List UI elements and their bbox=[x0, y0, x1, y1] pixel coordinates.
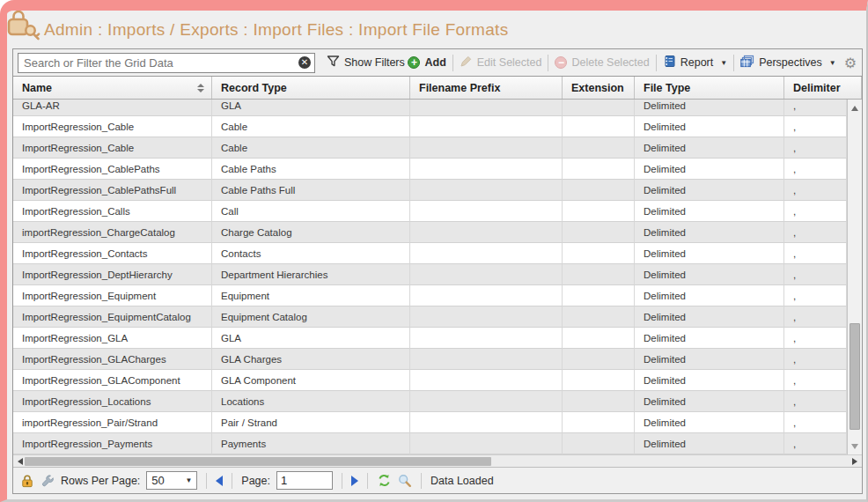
table-row[interactable]: importRegression_ChargeCatalog Charge Ca… bbox=[13, 222, 847, 243]
vertical-scrollbar-thumb[interactable] bbox=[850, 323, 860, 430]
cell-record-type: Cable Paths Full bbox=[212, 180, 410, 201]
cell-name: ImportRegression_Cable bbox=[13, 137, 212, 159]
cell-extension bbox=[563, 264, 635, 285]
horizontal-scrollbar[interactable] bbox=[13, 454, 862, 467]
cell-filename-prefix bbox=[410, 243, 563, 264]
add-button[interactable]: + Add bbox=[408, 56, 445, 69]
cell-file-type: Delimited bbox=[635, 264, 784, 285]
column-header-record-type[interactable]: Record Type bbox=[212, 77, 410, 99]
show-filters-button[interactable]: Show Filters bbox=[327, 55, 405, 70]
sort-icon[interactable] bbox=[197, 84, 204, 92]
cell-filename-prefix bbox=[410, 137, 563, 159]
cell-delimiter: , bbox=[784, 222, 847, 243]
cell-delimiter: , bbox=[784, 243, 847, 264]
cell-name: ImportRegression_Locations bbox=[13, 391, 212, 412]
table-row[interactable]: importRegression_Pair/Strand Pair / Stra… bbox=[13, 412, 847, 433]
table-row[interactable]: ImportRegression_Cable Cable Delimited , bbox=[13, 116, 847, 137]
page-label: Page: bbox=[241, 475, 270, 487]
cell-filename-prefix bbox=[410, 222, 563, 243]
column-header-extension[interactable]: Extension bbox=[563, 77, 635, 99]
column-header-file-type[interactable]: File Type bbox=[635, 77, 784, 99]
cell-record-type: Department Hierarchies bbox=[212, 264, 410, 285]
pager-separator bbox=[206, 473, 207, 489]
page-number-input[interactable] bbox=[276, 471, 333, 490]
cell-delimiter: , bbox=[784, 159, 847, 180]
title-bar: Admin : Imports / Exports : Import Files… bbox=[7, 11, 866, 48]
wrench-icon[interactable] bbox=[40, 474, 55, 488]
padlock-icon[interactable] bbox=[20, 474, 34, 488]
scroll-up-arrow-icon[interactable] bbox=[848, 101, 862, 114]
cell-record-type: Equipment Catalog bbox=[212, 306, 410, 328]
horizontal-scrollbar-thumb[interactable] bbox=[25, 457, 491, 466]
cell-filename-prefix bbox=[410, 349, 563, 370]
perspectives-dropdown[interactable]: Perspectives ▼ bbox=[740, 55, 835, 70]
table-row[interactable]: ImportRegression_DeptHierarchy Departmen… bbox=[13, 264, 847, 285]
table-row[interactable]: ImportRegression_Equipment Equipment Del… bbox=[13, 285, 847, 306]
cell-name: ImportRegression_Calls bbox=[13, 201, 212, 222]
pager-separator bbox=[342, 473, 342, 489]
cell-file-type: Delimited bbox=[635, 201, 784, 222]
table-row[interactable]: ImportRegression_CablePaths Cable Paths … bbox=[13, 159, 847, 180]
toolbar-separator bbox=[452, 55, 453, 71]
search-box[interactable]: ✕ bbox=[18, 53, 315, 73]
cell-name: GLA-AR bbox=[13, 100, 212, 116]
table-row[interactable]: ImportRegression_CablePathsFull Cable Pa… bbox=[13, 180, 847, 201]
cell-extension bbox=[563, 100, 635, 116]
vertical-scrollbar[interactable] bbox=[847, 100, 862, 454]
page-title: Admin : Imports / Exports : Import Files… bbox=[44, 20, 509, 40]
column-header-filename-prefix[interactable]: Filename Prefix bbox=[410, 77, 563, 99]
search-input[interactable] bbox=[24, 56, 298, 70]
rows-per-page-select[interactable]: 50 ▼ bbox=[146, 471, 197, 490]
refresh-icon[interactable] bbox=[377, 473, 392, 488]
cell-extension bbox=[563, 306, 635, 328]
table-row[interactable]: GLA-AR GLA Delimited , bbox=[13, 100, 847, 116]
add-label: Add bbox=[424, 56, 445, 69]
table-row[interactable]: ImportRegression_Payments Payments Delim… bbox=[13, 433, 847, 454]
column-header-label: Record Type bbox=[221, 82, 287, 94]
cell-record-type: Pair / Strand bbox=[212, 412, 410, 433]
table-row[interactable]: ImportRegression_GLAComponent GLA Compon… bbox=[13, 370, 847, 391]
cell-name: ImportRegression_EquipmentCatalog bbox=[13, 306, 212, 328]
column-header-delimiter[interactable]: Delimiter bbox=[784, 77, 862, 99]
edit-selected-button[interactable]: Edit Selected bbox=[460, 55, 542, 70]
cell-delimiter: , bbox=[784, 349, 847, 370]
cell-filename-prefix bbox=[410, 159, 563, 180]
rows-per-page-label: Rows Per Page: bbox=[61, 475, 140, 487]
table-row[interactable]: ImportRegression_Contacts Contacts Delim… bbox=[13, 243, 847, 264]
cell-file-type: Delimited bbox=[635, 433, 784, 454]
table-row[interactable]: ImportRegression_Locations Locations Del… bbox=[13, 391, 847, 412]
scroll-right-arrow-icon[interactable] bbox=[848, 455, 862, 467]
cell-file-type: Delimited bbox=[635, 116, 784, 137]
cell-name: ImportRegression_DeptHierarchy bbox=[13, 264, 212, 285]
magnifier-icon[interactable] bbox=[398, 474, 412, 488]
cell-delimiter: , bbox=[784, 412, 847, 433]
table-row[interactable]: ImportRegression_Cable Cable Delimited , bbox=[13, 137, 847, 159]
delete-selected-button[interactable]: − Delete Selected bbox=[555, 56, 649, 69]
previous-page-button[interactable] bbox=[216, 476, 223, 486]
table-row[interactable]: ImportRegression_Calls Call Delimited , bbox=[13, 201, 847, 222]
grid-panel: ✕ Show Filters + Add bbox=[12, 48, 863, 494]
cell-record-type: Charge Catalog bbox=[212, 222, 410, 243]
column-header-name[interactable]: Name bbox=[13, 77, 212, 99]
cell-file-type: Delimited bbox=[635, 370, 784, 391]
cell-filename-prefix bbox=[410, 391, 563, 412]
next-page-button[interactable] bbox=[351, 476, 358, 486]
table-row[interactable]: ImportRegression_GLACharges GLA Charges … bbox=[13, 349, 847, 370]
cell-delimiter: , bbox=[784, 264, 847, 285]
gear-icon[interactable]: ⚙ bbox=[844, 55, 857, 71]
clear-search-icon[interactable]: ✕ bbox=[298, 56, 311, 69]
cell-file-type: Delimited bbox=[635, 243, 784, 264]
show-filters-label: Show Filters bbox=[344, 56, 405, 69]
cell-delimiter: , bbox=[784, 433, 847, 454]
cell-record-type: Cable Paths bbox=[212, 159, 410, 180]
cell-record-type: GLA Charges bbox=[212, 349, 410, 370]
table-row[interactable]: ImportRegression_EquipmentCatalog Equipm… bbox=[13, 306, 847, 328]
report-dropdown[interactable]: Report ▼ bbox=[663, 55, 727, 70]
pager-separator bbox=[232, 473, 232, 489]
cell-file-type: Delimited bbox=[635, 412, 784, 433]
cell-record-type: Cable bbox=[212, 116, 410, 137]
scroll-down-arrow-icon[interactable] bbox=[848, 439, 862, 453]
cell-name: ImportRegression_Equipment bbox=[13, 285, 212, 306]
table-row[interactable]: ImportRegression_GLA GLA Delimited , bbox=[13, 328, 847, 349]
report-label: Report bbox=[680, 56, 714, 69]
